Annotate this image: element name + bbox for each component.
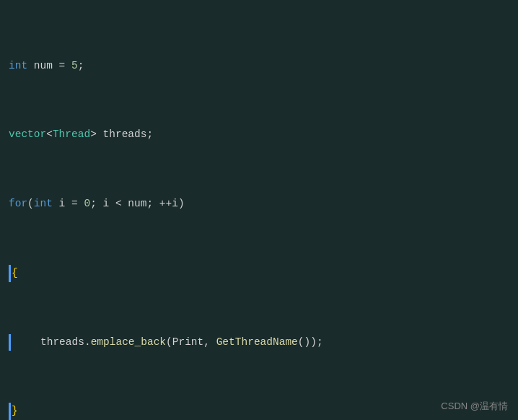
code-line-3: for(int i = 0; i < num; ++i) [9,196,509,213]
code-editor: int num = 5; vector<Thread> threads; for… [0,0,518,420]
code-line-6: } [9,403,509,420]
watermark: CSDN @温有情 [441,400,508,413]
code-content: int num = 5; vector<Thread> threads; for… [9,6,509,420]
code-line-1: int num = 5; [9,58,509,75]
code-line-4: { [9,265,509,282]
code-line-5: threads.emplace_back(Print, GetThreadNam… [9,334,509,351]
code-line-2: vector<Thread> threads; [9,126,509,144]
